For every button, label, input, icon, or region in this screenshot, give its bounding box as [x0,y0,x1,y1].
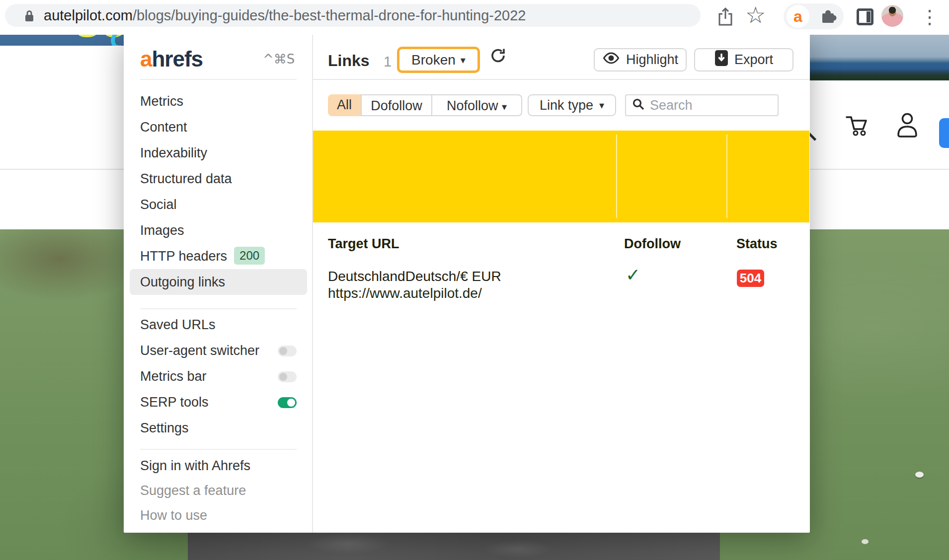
column-divider [726,135,727,218]
link-type-dropdown[interactable]: Link type▾ [528,94,616,116]
scope-label: Broken [411,52,456,68]
logo-letter-a: a [140,47,152,71]
ahrefs-logo: ahrefs [140,47,203,71]
sidebar-item-http-headers[interactable]: HTTP headers200 [124,243,312,269]
sidebar-tools: Saved URLs User-agent switcher Metrics b… [124,312,312,441]
toggle-knob [279,373,287,381]
sidebar-item-metrics-bar[interactable]: Metrics bar [124,363,312,389]
sidebar-item-images[interactable]: Images [124,217,312,243]
video-control-strip [188,533,720,560]
chevron-down-icon: ▾ [461,54,466,66]
popup-sidebar: ahrefs ^⌘S Metrics Content Indexability … [124,34,313,533]
export-download-icon [714,50,728,70]
browser-menu-icon[interactable]: ⋮ [920,4,939,30]
sidebar-item-social[interactable]: Social [124,192,312,217]
column-header-status: Status [736,236,778,252]
share-icon[interactable] [717,7,733,29]
status-code-badge: 504 [737,270,764,287]
divider [140,449,297,450]
divider [140,308,297,309]
search-box [625,94,779,116]
url-path: /blogs/buying-guides/the-best-thermal-dr… [133,7,526,23]
chevron-down-icon: ▾ [502,101,507,113]
background-detail [915,472,924,478]
link-scope-dropdown[interactable]: Broken▾ [397,47,480,73]
panel-title: Links [328,52,370,70]
side-panel-icon[interactable] [857,8,873,25]
refresh-icon[interactable] [490,48,506,66]
browser-toolbar: autelpilot.com/blogs/buying-guides/the-b… [0,0,949,35]
sidebar-item-user-agent-switcher[interactable]: User-agent switcher [124,338,312,363]
search-icon [632,98,645,113]
url-text[interactable]: autelpilot.com/blogs/buying-guides/the-b… [44,4,526,27]
suggest-feature-link[interactable]: Suggest a feature [124,478,312,503]
highlight-button[interactable]: Highlight [594,48,687,71]
serp-tools-label: SERP tools [140,395,209,410]
cart-icon[interactable] [844,113,868,140]
divider [140,79,297,80]
background-detail [862,539,869,544]
ahrefs-extension-icon[interactable]: a [787,5,809,28]
ahrefs-extension-popup: ahrefs ^⌘S Metrics Content Indexability … [124,34,810,533]
column-header-target-url: Target URL [328,236,399,252]
chat-widget-tab[interactable] [939,118,949,148]
metrics-bar-toggle[interactable] [278,371,297,382]
sign-in-link[interactable]: Sign in with Ahrefs [124,453,312,478]
sidebar-item-serp-tools[interactable]: SERP tools [124,389,312,415]
extensions-puzzle-icon[interactable] [820,8,837,27]
serp-tools-toggle[interactable] [278,397,297,408]
sidebar-item-content[interactable]: Content [124,114,312,140]
profile-avatar[interactable] [881,5,903,27]
toggle-knob [279,347,287,355]
status-badge: 200 [234,247,265,265]
sidebar-footer: Sign in with Ahrefs Suggest a feature Ho… [124,453,312,528]
eye-icon [602,52,620,68]
sidebar-item-settings[interactable]: Settings [124,415,312,441]
bookmark-star-icon[interactable]: ☆ [745,1,766,29]
link-anchor-text[interactable]: DeutschlandDeutsch/€ EUR [328,269,501,284]
user-agent-label: User-agent switcher [140,343,259,358]
tab-nofollow[interactable]: Nofollow ▾ [432,94,522,116]
link-type-label: Link type [540,98,593,113]
follow-filter-group: All Dofollow Nofollow ▾ [328,94,522,116]
nofollow-label: Nofollow [447,98,498,113]
column-header-dofollow: Dofollow [624,236,681,252]
export-label: Export [734,52,773,68]
column-divider [616,135,617,218]
how-to-use-link[interactable]: How to use [124,503,312,528]
search-input[interactable] [650,98,764,113]
tab-all[interactable]: All [328,94,361,116]
metrics-bar-label: Metrics bar [140,369,207,384]
keyboard-shortcut: ^⌘S [263,52,295,67]
sidebar-item-indexability[interactable]: Indexability [124,140,312,166]
sidebar-nav: Metrics Content Indexability Structured … [124,88,312,295]
dofollow-check-icon: ✓ [626,265,640,285]
http-headers-label: HTTP headers [140,249,227,264]
links-table: Target URL Dofollow Status DeutschlandDe… [313,131,809,222]
account-icon[interactable] [895,112,920,140]
tab-dofollow[interactable]: Dofollow [361,94,432,116]
sidebar-item-metrics[interactable]: Metrics [124,88,312,114]
sidebar-item-saved-urls[interactable]: Saved URLs [124,312,312,338]
link-target-url[interactable]: https://www.autelpilot.de/ [328,285,482,301]
divider [313,79,809,80]
address-bar[interactable]: autelpilot.com/blogs/buying-guides/the-b… [5,4,701,27]
export-button[interactable]: Export [694,48,793,71]
links-count: 1 [384,54,392,70]
user-agent-toggle[interactable] [278,346,297,356]
site-hero-banner-right [810,35,949,80]
chevron-down-icon: ▾ [599,99,604,111]
toggle-knob [287,399,295,407]
highlight-label: Highlight [626,52,678,68]
url-domain: autelpilot.com [44,7,133,23]
sidebar-item-outgoing-links[interactable]: Outgoing links [130,269,307,295]
links-panel: Links 1 Broken▾ Highlight [313,34,809,533]
logo-rest: hrefs [152,47,203,71]
filter-row: All Dofollow Nofollow ▾ Link type▾ [313,94,809,116]
lock-icon[interactable] [24,9,35,24]
sidebar-item-structured-data[interactable]: Structured data [124,166,312,192]
